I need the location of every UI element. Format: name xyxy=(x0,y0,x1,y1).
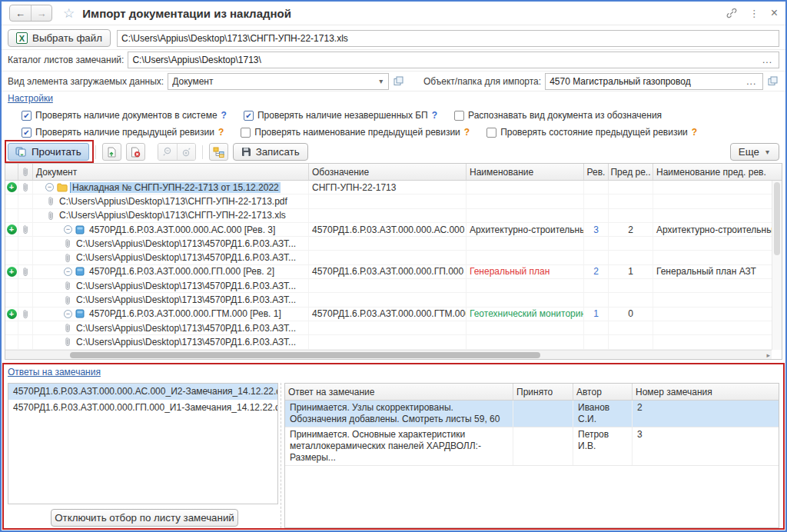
header-prev-name[interactable]: Наименование пред. рев. xyxy=(653,164,782,180)
cell-designation: СНГП-УПН-22-1713 xyxy=(309,181,467,194)
header-number[interactable]: Номер замечания xyxy=(633,384,779,400)
header-author[interactable]: Автор xyxy=(573,384,633,400)
scrollbar-thumb[interactable] xyxy=(774,182,780,255)
splitter[interactable] xyxy=(281,383,281,528)
add-row-icon[interactable]: + xyxy=(7,182,17,192)
help-icon[interactable]: ? xyxy=(221,110,227,121)
expand-all-button[interactable] xyxy=(177,144,195,160)
get-link-icon[interactable] xyxy=(726,7,738,19)
open-form-icon[interactable] xyxy=(391,74,405,89)
header-accepted[interactable]: Принято xyxy=(513,384,573,400)
cell-add xyxy=(5,195,18,208)
header-document[interactable]: Документ xyxy=(33,164,309,180)
forward-button[interactable]: → xyxy=(31,5,51,21)
table-row[interactable]: C:\Users\Appius\Desktop\1713\4570РД1.6.Р… xyxy=(5,237,772,251)
checkbox-box[interactable]: ✔ xyxy=(244,111,254,121)
collapse-icon[interactable]: − xyxy=(64,310,72,318)
settings-link[interactable]: Настройки xyxy=(8,93,53,104)
checkbox[interactable]: Проверять состояние предыдущей ревизии? xyxy=(486,127,697,138)
responses-link[interactable]: Ответы на замечания xyxy=(8,367,101,377)
delete-file-icon xyxy=(130,147,141,158)
collapse-icon[interactable]: − xyxy=(64,268,72,276)
checkbox-box[interactable]: ✔ xyxy=(22,111,32,121)
collapse-all-button[interactable] xyxy=(158,144,177,160)
paperclip-icon xyxy=(22,224,29,234)
add-file-button[interactable] xyxy=(102,143,121,161)
list-item[interactable]: 4570РД1.6.Р.03.АЗТ.000.000.АС.000_И2-Зам… xyxy=(8,384,277,400)
cell-prev-name xyxy=(653,335,772,348)
checkbox[interactable]: ✔Проверять наличие предыдущей ревизии? xyxy=(22,127,224,138)
header-rev[interactable]: Рев. xyxy=(584,164,609,180)
add-row-icon[interactable]: + xyxy=(7,267,17,277)
object-input[interactable]: 4570 Магистральный газопровод ... xyxy=(545,73,763,90)
table-row[interactable]: +−4570РД1.6.Р.03.АЗТ.000.000.ГП.000 [Рев… xyxy=(5,265,772,279)
browse-dots-button[interactable]: ... xyxy=(760,55,775,65)
checkbox[interactable]: Проверять наименование предыдущей ревизи… xyxy=(241,127,470,138)
open-form-icon[interactable] xyxy=(765,74,779,89)
save-button[interactable]: Записать xyxy=(233,143,308,161)
header-prev-rev[interactable]: Пред ре.. xyxy=(609,164,653,180)
table-row[interactable]: C:\Users\Appius\Desktop\1713\4570РД1.6.Р… xyxy=(5,321,772,335)
table-row[interactable]: C:\Users\Appius\Desktop\1713\4570РД1.6.Р… xyxy=(5,279,772,293)
checkbox[interactable]: ✔Проверять наличие документов в системе? xyxy=(22,110,227,121)
vertical-scrollbar[interactable] xyxy=(772,181,782,350)
table-row[interactable]: C:\Users\Appius\Desktop\1713\4570РД1.6.Р… xyxy=(5,335,772,349)
doc-tree-node: C:\Users\Appius\Desktop\1713\4570РД1.6.Р… xyxy=(36,323,297,334)
delete-file-button[interactable] xyxy=(126,143,145,161)
close-icon[interactable]: × xyxy=(771,6,778,20)
header-designation[interactable]: Обозначение xyxy=(309,164,467,180)
browse-dots-button[interactable]: ... xyxy=(744,76,759,87)
header-response[interactable]: Ответ на замечание xyxy=(285,384,513,400)
table-row[interactable]: Принимается. Основные характеристики мет… xyxy=(285,427,779,466)
kind-combobox[interactable]: Документ ▾ xyxy=(168,73,389,90)
checkbox-box[interactable] xyxy=(486,128,496,138)
cell-rev: 2 xyxy=(584,265,609,278)
table-row[interactable]: C:\Users\Appius\Desktop\1713\СНГП-УПН-22… xyxy=(5,209,772,223)
help-icon[interactable]: ? xyxy=(218,127,224,138)
horizontal-scrollbar[interactable]: ▸ xyxy=(5,350,772,359)
scrollbar-thumb[interactable] xyxy=(70,352,540,358)
read-button[interactable]: Прочитать xyxy=(8,143,89,161)
chevron-down-icon[interactable]: ▾ xyxy=(377,77,384,85)
table-row[interactable]: +−4570РД1.6.Р.03.АЗТ.000.000.АС.000 [Рев… xyxy=(5,223,772,237)
help-icon[interactable]: ? xyxy=(692,127,697,138)
table-row[interactable]: +−4570РД1.6.Р.03.АЗТ.000.000.ГТМ.000 [Ре… xyxy=(5,308,772,321)
more-button[interactable]: Еще ▾ xyxy=(730,143,779,161)
cell-document: −4570РД1.6.Р.03.АЗТ.000.000.ГТМ.000 [Рев… xyxy=(33,308,309,321)
save-label: Записать xyxy=(256,146,300,158)
checkbox-box[interactable] xyxy=(241,128,251,138)
scroll-right-arrow[interactable]: ▸ xyxy=(766,351,770,360)
checkbox-box[interactable]: ✔ xyxy=(22,128,32,138)
favorite-star-icon[interactable]: ☆ xyxy=(63,5,75,22)
table-row[interactable]: C:\Users\Appius\Desktop\1713\СНГП-УПН-22… xyxy=(5,195,772,208)
disable-filter-button[interactable]: Отключить отбор по листу замечаний xyxy=(51,509,238,527)
back-button[interactable]: ← xyxy=(10,5,31,21)
cell-prev-rev xyxy=(609,251,653,264)
table-row[interactable]: +−Накладная № СНГП-УПН-22-1713 от 15.12.… xyxy=(5,181,772,195)
catalog-input[interactable]: C:\Users\Appius\Desktop\1713\ ... xyxy=(128,52,779,68)
hierarchy-button[interactable] xyxy=(209,143,228,161)
help-icon[interactable]: ? xyxy=(464,127,470,138)
header-name[interactable]: Наименование xyxy=(467,164,584,180)
checkbox[interactable]: Распознавать вид документа из обозначени… xyxy=(454,110,662,121)
table-row[interactable]: C:\Users\Appius\Desktop\1713\4570РД1.6.Р… xyxy=(5,293,772,307)
collapse-icon[interactable]: − xyxy=(45,183,54,191)
checkbox-box[interactable] xyxy=(454,111,464,121)
table-row[interactable]: C:\Users\Appius\Desktop\1713\4570РД1.6.Р… xyxy=(5,251,772,264)
more-menu-icon[interactable]: ⋮ xyxy=(749,8,759,19)
file-path-input[interactable]: C:\Users\Appius\Desktop\1713\СНГП-УПН-22… xyxy=(117,30,779,47)
header-add-column[interactable] xyxy=(5,164,18,180)
checkbox[interactable]: ✔Проверять наличие незавершенных БП? xyxy=(244,110,437,121)
collapse-icon[interactable]: − xyxy=(64,225,72,234)
header-attach-column[interactable] xyxy=(18,164,33,180)
choose-file-button[interactable]: X Выбрать файл xyxy=(8,29,111,47)
file-path: C:\Users\Appius\Desktop\1713\СНГП-УПН-22… xyxy=(58,210,287,221)
help-icon[interactable]: ? xyxy=(432,110,437,121)
add-row-icon[interactable]: + xyxy=(7,224,17,234)
add-row-icon[interactable]: + xyxy=(7,309,17,319)
object-value: 4570 Магистральный газопровод xyxy=(550,76,744,87)
table-row[interactable]: Принимается. Узлы скорректированы. Обозн… xyxy=(285,401,779,427)
doc-tree-node: C:\Users\Appius\Desktop\1713\СНГП-УПН-22… xyxy=(36,196,289,207)
list-item[interactable]: 4570РД1.6.Р.03.АЗТ.000.000.ГП.000_И1-Зам… xyxy=(8,400,277,416)
cell-document: C:\Users\Appius\Desktop\1713\СНГП-УПН-22… xyxy=(33,209,309,222)
